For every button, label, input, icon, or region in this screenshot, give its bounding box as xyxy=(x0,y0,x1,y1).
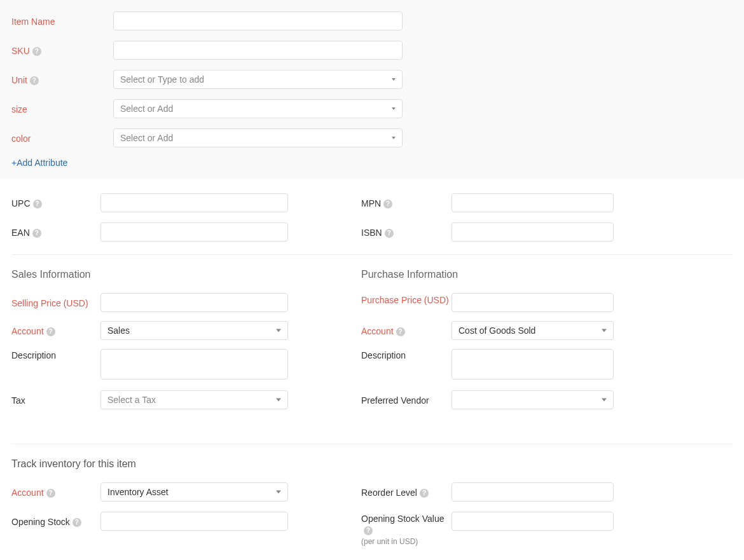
size-label: size xyxy=(11,103,113,114)
chevron-down-icon xyxy=(392,78,396,81)
chevron-down-icon xyxy=(602,329,607,332)
add-attribute-link[interactable]: +Add Attribute xyxy=(11,158,733,168)
help-icon[interactable] xyxy=(72,518,81,527)
opening-stock-input[interactable] xyxy=(100,512,288,531)
sales-description-input[interactable] xyxy=(100,349,288,379)
reorder-level-input[interactable] xyxy=(451,482,614,502)
help-icon[interactable] xyxy=(33,200,42,208)
unit-label: Unit xyxy=(11,74,113,85)
purchase-description-row: Description xyxy=(361,349,660,381)
ean-row: EAN xyxy=(11,222,310,242)
color-placeholder: Select or Add xyxy=(120,133,173,143)
tax-placeholder: Select a Tax xyxy=(107,395,156,405)
opening-stock-label: Opening Stock xyxy=(11,516,100,527)
preferred-vendor-row: Preferred Vendor xyxy=(361,390,660,409)
inventory-title: Track inventory for this item xyxy=(11,458,733,470)
color-row: color Select or Add xyxy=(11,128,733,147)
opening-stock-row: Opening Stock xyxy=(11,512,310,531)
inventory-account-label-text: Account xyxy=(11,488,44,498)
chevron-down-icon xyxy=(392,137,396,139)
tax-select[interactable]: Select a Tax xyxy=(100,390,288,409)
selling-price-input[interactable] xyxy=(100,293,288,312)
upc-row: UPC xyxy=(11,193,310,212)
tax-row: Tax Select a Tax xyxy=(11,390,310,409)
tax-label: Tax xyxy=(11,394,100,406)
size-select[interactable]: Select or Add xyxy=(113,99,403,118)
purchase-account-label-text: Account xyxy=(361,326,394,336)
inventory-account-label: Account xyxy=(11,486,100,498)
help-icon[interactable] xyxy=(32,229,41,238)
sku-input[interactable] xyxy=(113,41,403,60)
opening-stock-value-label-text: Opening Stock Value xyxy=(361,514,444,524)
purchase-account-row: Account Cost of Goods Sold xyxy=(361,321,660,340)
sales-account-select[interactable]: Sales xyxy=(100,321,288,340)
opening-stock-label-text: Opening Stock xyxy=(11,517,70,527)
purchase-description-input[interactable] xyxy=(451,349,614,379)
mpn-row: MPN xyxy=(361,193,660,212)
opening-stock-value-label: Opening Stock Value (per unit in USD) xyxy=(361,512,451,547)
unit-select[interactable]: Select or Type to add xyxy=(113,70,403,89)
chevron-down-icon xyxy=(276,399,281,402)
opening-stock-value-row: Opening Stock Value (per unit in USD) xyxy=(361,512,660,547)
reorder-level-row: Reorder Level xyxy=(361,482,660,502)
ean-label-text: EAN xyxy=(11,228,30,238)
help-icon[interactable] xyxy=(383,200,392,208)
help-icon[interactable] xyxy=(420,489,429,498)
isbn-input[interactable] xyxy=(451,222,614,242)
purchase-title: Purchase Information xyxy=(361,269,660,280)
size-placeholder: Select or Add xyxy=(120,104,173,114)
item-name-row: Item Name xyxy=(11,11,733,31)
opening-stock-value-input[interactable] xyxy=(451,512,614,531)
inventory-account-select[interactable]: Inventory Asset xyxy=(100,482,288,502)
product-codes-section: UPC EAN MPN ISBN xyxy=(0,179,744,248)
mpn-input[interactable] xyxy=(451,193,614,212)
sales-description-row: Description xyxy=(11,349,310,381)
item-name-input[interactable] xyxy=(113,11,403,31)
help-icon[interactable] xyxy=(46,489,55,498)
chevron-down-icon xyxy=(602,399,607,402)
chevron-down-icon xyxy=(392,107,396,110)
item-name-label: Item Name xyxy=(11,15,113,27)
reorder-level-label-text: Reorder Level xyxy=(361,488,417,498)
ean-input[interactable] xyxy=(100,222,288,242)
purchase-price-label: Purchase Price (USD) xyxy=(361,293,451,306)
help-icon[interactable] xyxy=(30,76,39,85)
selling-price-row: Selling Price (USD) xyxy=(11,293,310,312)
sales-account-value: Sales xyxy=(107,325,130,336)
sales-purchase-section: Sales Information Selling Price (USD) Ac… xyxy=(0,255,744,425)
purchase-price-input[interactable] xyxy=(451,293,614,312)
upc-input[interactable] xyxy=(100,193,288,212)
isbn-row: ISBN xyxy=(361,222,660,242)
chevron-down-icon xyxy=(276,491,281,494)
preferred-vendor-select[interactable] xyxy=(451,390,614,409)
purchase-description-label: Description xyxy=(361,349,451,360)
inventory-account-row: Account Inventory Asset xyxy=(11,482,310,502)
chevron-down-icon xyxy=(276,329,281,332)
sales-title: Sales Information xyxy=(11,269,310,280)
help-icon[interactable] xyxy=(46,327,55,336)
purchase-account-value: Cost of Goods Sold xyxy=(458,325,535,336)
size-row: size Select or Add xyxy=(11,99,733,118)
help-icon[interactable] xyxy=(385,229,394,238)
inventory-account-value: Inventory Asset xyxy=(107,487,169,497)
reorder-level-label: Reorder Level xyxy=(361,486,451,498)
isbn-label: ISBN xyxy=(361,226,451,238)
help-icon[interactable] xyxy=(396,327,405,336)
unit-row: Unit Select or Type to add xyxy=(11,70,733,89)
unit-placeholder: Select or Type to add xyxy=(120,74,204,85)
help-icon[interactable] xyxy=(32,47,41,56)
upc-label: UPC xyxy=(11,197,100,208)
color-label: color xyxy=(11,132,113,144)
upc-label-text: UPC xyxy=(11,198,31,208)
mpn-label: MPN xyxy=(361,197,451,208)
inventory-section: Track inventory for this item Account In… xyxy=(0,444,744,560)
purchase-account-select[interactable]: Cost of Goods Sold xyxy=(451,321,614,340)
sku-label: SKU xyxy=(11,44,113,56)
color-select[interactable]: Select or Add xyxy=(113,128,403,147)
help-icon[interactable] xyxy=(364,526,373,535)
sales-account-row: Account Sales xyxy=(11,321,310,340)
sales-account-label-text: Account xyxy=(11,326,44,336)
sales-description-label: Description xyxy=(11,349,100,360)
item-attributes-section: Item Name SKU Unit Select or Type to add… xyxy=(0,0,744,179)
purchase-account-label: Account xyxy=(361,325,451,336)
